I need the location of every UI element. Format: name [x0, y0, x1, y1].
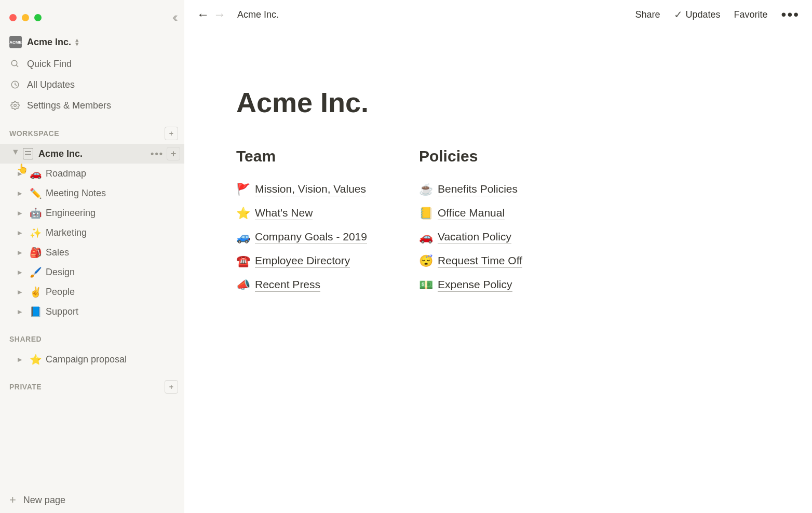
sidebar: ‹‹ ACME Acme Inc. ▴▾ Quick Find All Upda…: [0, 0, 184, 513]
page-icon: [23, 148, 33, 159]
minimize-window-button[interactable]: [22, 14, 29, 21]
link-emoji-icon: 💵: [419, 278, 438, 292]
sidebar-page-label: Engineering: [46, 208, 96, 219]
sidebar-page-label: Acme Inc.: [38, 148, 83, 159]
updates-label: Updates: [686, 9, 721, 20]
sidebar-page-engineering[interactable]: ▶🤖Engineering: [0, 203, 184, 223]
link-label: Recent Press: [255, 278, 320, 292]
disclosure-triangle-icon[interactable]: ▶: [18, 190, 26, 197]
back-button[interactable]: ←: [197, 7, 209, 22]
collapse-sidebar-button[interactable]: ‹‹: [172, 9, 175, 25]
link-label: Request Time Off: [438, 254, 522, 268]
svg-point-0: [11, 60, 17, 66]
settings-label: Settings & Members: [27, 100, 111, 111]
workspace-section-header: WORKSPACE +: [0, 123, 184, 144]
page-content: Acme Inc. Team🚩Mission, Vision, Values⭐W…: [184, 29, 812, 297]
breadcrumb[interactable]: Acme Inc.: [237, 9, 279, 20]
sidebar-page-support[interactable]: ▶📘Support: [0, 302, 184, 321]
settings-button[interactable]: Settings & Members: [0, 95, 184, 116]
maximize-window-button[interactable]: [34, 14, 42, 21]
sidebar-page-meeting-notes[interactable]: ▶✏️Meeting Notes: [0, 183, 184, 203]
sidebar-page-campaign-proposal[interactable]: ▶⭐Campaign proposal: [0, 349, 184, 369]
sidebar-page-marketing[interactable]: ▶✨Marketing: [0, 223, 184, 242]
page-link-vacation-policy[interactable]: 🚗Vacation Policy: [419, 225, 522, 249]
page-emoji-icon: 🚗: [29, 168, 43, 180]
add-subpage-button[interactable]: +: [167, 147, 180, 160]
page-title[interactable]: Acme Inc.: [236, 86, 760, 118]
disclosure-triangle-icon[interactable]: ▶: [18, 249, 26, 256]
share-button[interactable]: Share: [635, 9, 660, 20]
sidebar-page-label: Marketing: [46, 227, 87, 238]
link-emoji-icon: 🚗: [419, 231, 438, 244]
sidebar-page-label: Roadmap: [46, 168, 86, 179]
link-emoji-icon: 😴: [419, 254, 438, 268]
link-emoji-icon: 📒: [419, 207, 438, 220]
disclosure-triangle-icon[interactable]: ▶: [18, 356, 26, 363]
chevron-updown-icon: ▴▾: [75, 38, 79, 46]
link-label: Expense Policy: [438, 278, 512, 292]
column-header[interactable]: Policies: [419, 147, 522, 165]
page-link-request-time-off[interactable]: 😴Request Time Off: [419, 249, 522, 273]
link-emoji-icon: 📣: [236, 278, 255, 292]
sidebar-page-people[interactable]: ▶✌️People: [0, 282, 184, 302]
link-label: What's New: [255, 207, 313, 220]
close-window-button[interactable]: [9, 14, 17, 21]
sidebar-page-roadmap[interactable]: ▶🚗Roadmap: [0, 164, 184, 183]
updates-button[interactable]: ✓ Updates: [674, 8, 721, 21]
favorite-button[interactable]: Favorite: [734, 9, 768, 20]
page-link-employee-directory[interactable]: ☎️Employee Directory: [236, 249, 367, 273]
svg-line-1: [16, 65, 18, 67]
page-actions-button[interactable]: •••: [151, 148, 164, 159]
sidebar-page-label: Support: [46, 306, 78, 317]
column-header[interactable]: Team: [236, 147, 367, 165]
new-page-button[interactable]: + New page: [0, 487, 184, 513]
link-emoji-icon: 🚙: [236, 231, 255, 244]
all-updates-label: All Updates: [27, 79, 75, 90]
disclosure-triangle-icon[interactable]: ▶: [18, 170, 26, 177]
forward-button[interactable]: →: [213, 7, 226, 22]
page-emoji-icon: 🤖: [29, 207, 43, 219]
add-workspace-page-button[interactable]: +: [165, 127, 178, 140]
workspace-switcher[interactable]: ACME Acme Inc. ▴▾: [0, 31, 184, 53]
link-emoji-icon: ☕: [419, 183, 438, 196]
link-label: Employee Directory: [255, 254, 350, 268]
page-link-company-goals-2019[interactable]: 🚙Company Goals - 2019: [236, 225, 367, 249]
page-link-expense-policy[interactable]: 💵Expense Policy: [419, 273, 522, 297]
private-section-header: PRIVATE +: [0, 376, 184, 397]
quick-find-button[interactable]: Quick Find: [0, 53, 184, 74]
sidebar-page-sales[interactable]: ▶🎒Sales: [0, 242, 184, 262]
search-icon: [9, 59, 21, 69]
disclosure-triangle-icon[interactable]: ▶: [18, 269, 26, 276]
sidebar-page-label: People: [46, 287, 75, 298]
link-emoji-icon: ⭐: [236, 207, 255, 220]
workspace-icon: ACME: [9, 36, 22, 48]
new-page-label: New page: [23, 495, 65, 506]
add-private-page-button[interactable]: +: [165, 380, 178, 394]
page-link-recent-press[interactable]: 📣Recent Press: [236, 273, 367, 297]
disclosure-triangle-icon[interactable]: ▶: [18, 230, 26, 236]
disclosure-triangle-icon[interactable]: ▶: [18, 308, 26, 315]
window-controls: ‹‹: [0, 0, 184, 31]
more-menu-button[interactable]: •••: [781, 12, 800, 17]
sidebar-page-label: Design: [46, 267, 75, 278]
shared-section-header: SHARED: [0, 329, 184, 349]
page-link-benefits-policies[interactable]: ☕Benefits Policies: [419, 178, 522, 201]
disclosure-triangle-icon[interactable]: ▶: [18, 289, 26, 295]
page-link-what-s-new[interactable]: ⭐What's New: [236, 201, 367, 225]
shared-section-label: SHARED: [9, 335, 42, 343]
page-link-office-manual[interactable]: 📒Office Manual: [419, 201, 522, 225]
all-updates-button[interactable]: All Updates: [0, 74, 184, 95]
sidebar-page-acme[interactable]: ▶ Acme Inc. ••• +: [0, 144, 184, 164]
disclosure-triangle-icon[interactable]: ▶: [18, 210, 26, 217]
link-label: Office Manual: [438, 207, 505, 220]
svg-point-3: [14, 104, 17, 107]
workspace-name: Acme Inc.: [27, 37, 71, 48]
sidebar-page-design[interactable]: ▶🖌️Design: [0, 262, 184, 282]
page-link-mission-vision-values[interactable]: 🚩Mission, Vision, Values: [236, 178, 367, 201]
clock-icon: [9, 80, 21, 89]
quick-find-label: Quick Find: [27, 59, 72, 70]
disclosure-triangle-icon[interactable]: ▶: [12, 150, 19, 158]
link-emoji-icon: 🚩: [236, 183, 255, 196]
plus-icon: +: [9, 493, 16, 507]
page-emoji-icon: 🖌️: [29, 266, 43, 278]
